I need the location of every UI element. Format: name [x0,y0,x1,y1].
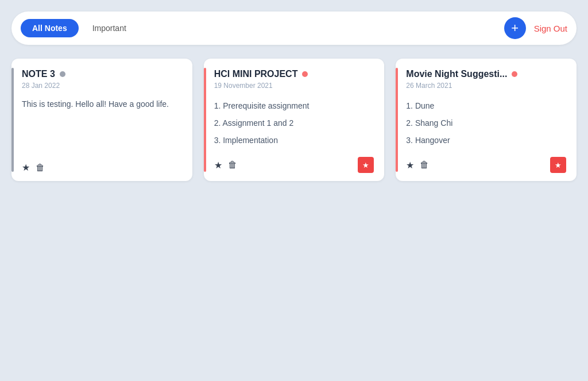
note-title-row: HCI MINI PROJECT [214,69,374,79]
star-button[interactable]: ★ [22,162,30,173]
sign-out-button[interactable]: Sign Out [534,24,567,33]
important-badge[interactable]: ★ [550,157,566,173]
note-title: NOTE 3 [22,69,55,79]
note-body: 1. Prerequisite assignment2. Assignment … [214,98,374,149]
note-title: HCI MINI PROJECT [214,69,298,79]
note-footer: ★🗑 [22,162,182,173]
note-card: HCI MINI PROJECT19 November 20211. Prere… [204,59,385,181]
all-notes-button[interactable]: All Notes [21,19,79,37]
note-actions-left: ★🗑 [406,160,429,171]
notes-grid: NOTE 328 Jan 2022This is testing. Hello … [11,59,577,181]
note-footer: ★🗑★ [214,157,374,173]
note-card: Movie Night Suggesti...26 March 20211. D… [396,59,577,181]
note-date: 28 Jan 2022 [22,82,182,90]
note-border-accent [11,68,14,172]
list-item: 2. Shang Chi [406,115,566,132]
header-left: All Notes Important [21,19,131,37]
note-border-accent [204,68,206,172]
note-actions-left: ★🗑 [214,160,237,171]
add-note-button[interactable]: + [504,17,526,39]
list-item: 2. Assignment 1 and 2 [214,115,374,132]
header-right: + Sign Out [504,17,567,39]
note-actions-left: ★🗑 [22,162,45,173]
note-title: Movie Night Suggesti... [406,69,507,79]
note-title-row: Movie Night Suggesti... [406,69,566,79]
important-button[interactable]: Important [88,19,131,37]
star-button[interactable]: ★ [406,160,414,171]
note-status-dot [302,71,308,77]
delete-button[interactable]: 🗑 [36,163,45,173]
delete-button[interactable]: 🗑 [420,160,429,170]
list-item: 1. Dune [406,98,566,115]
note-border-accent [396,68,398,172]
delete-button[interactable]: 🗑 [228,160,237,170]
app-header: All Notes Important + Sign Out [11,11,577,45]
note-status-dot [60,71,65,77]
note-status-dot [512,71,517,77]
list-item: 3. Hangover [406,132,566,149]
important-badge[interactable]: ★ [358,157,374,173]
list-item: 1. Prerequisite assignment [214,98,374,115]
star-button[interactable]: ★ [214,160,222,171]
note-body: 1. Dune2. Shang Chi3. Hangover [406,98,566,149]
note-card: NOTE 328 Jan 2022This is testing. Hello … [11,59,192,181]
note-date: 26 March 2021 [406,82,566,90]
note-date: 19 November 2021 [214,82,374,90]
list-item: 3. Implementation [214,132,374,149]
note-footer: ★🗑★ [406,157,566,173]
note-title-row: NOTE 3 [22,69,182,79]
note-body: This is testing. Hello all! Have a good … [22,98,182,154]
